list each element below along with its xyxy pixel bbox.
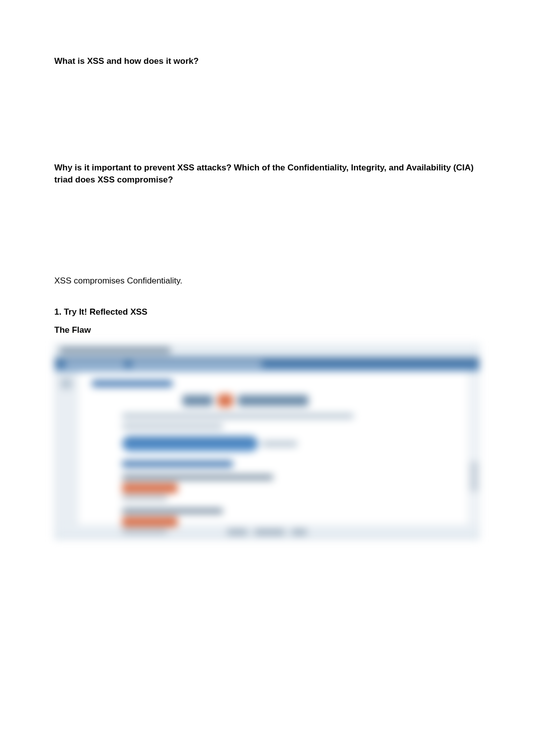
result-link-placeholder — [122, 483, 177, 493]
question-2: Why is it important to prevent XSS attac… — [54, 162, 480, 186]
browser-body — [55, 371, 479, 525]
tab-placeholder — [131, 361, 262, 367]
sidebar-icon-placeholder — [61, 378, 72, 389]
result-meta-placeholder — [122, 495, 167, 500]
result-meta-placeholder — [122, 529, 167, 534]
tab-placeholder — [65, 361, 125, 367]
breadcrumb-placeholder — [92, 380, 172, 387]
result-link-placeholder — [122, 517, 177, 527]
answer-space-1 — [54, 71, 480, 162]
browser-tabbar — [55, 358, 479, 371]
section-1-subheading: The Flaw — [54, 324, 480, 336]
question-1: What is XSS and how does it work? — [54, 55, 480, 67]
search-result-2 — [122, 508, 454, 534]
result-title-placeholder — [122, 508, 223, 514]
embedded-screenshot-blurred — [54, 343, 480, 539]
search-input-placeholder — [122, 436, 258, 451]
left-sidebar — [55, 371, 78, 525]
page-content — [78, 371, 468, 525]
search-hint-placeholder — [262, 441, 297, 447]
logo-icon — [218, 394, 233, 407]
tagline-line-1 — [122, 413, 353, 419]
logo-text-left — [183, 395, 213, 406]
logo-text-right — [238, 395, 308, 406]
scrollbar-thumb — [470, 461, 478, 492]
answer-2-text: XSS compromises Confidentiality. — [54, 275, 480, 287]
window-titlebar — [55, 344, 479, 358]
results-heading-placeholder — [122, 460, 233, 467]
scrollbar-track — [468, 371, 479, 525]
logo-row — [183, 394, 454, 407]
search-row — [122, 436, 454, 451]
section-1-heading: 1. Try It! Reflected XSS — [54, 306, 480, 318]
search-result-1 — [122, 475, 454, 500]
result-title-placeholder — [122, 475, 273, 480]
tagline-line-2 — [122, 424, 223, 429]
answer-space-2 — [54, 190, 480, 275]
window-title-placeholder — [60, 347, 170, 353]
